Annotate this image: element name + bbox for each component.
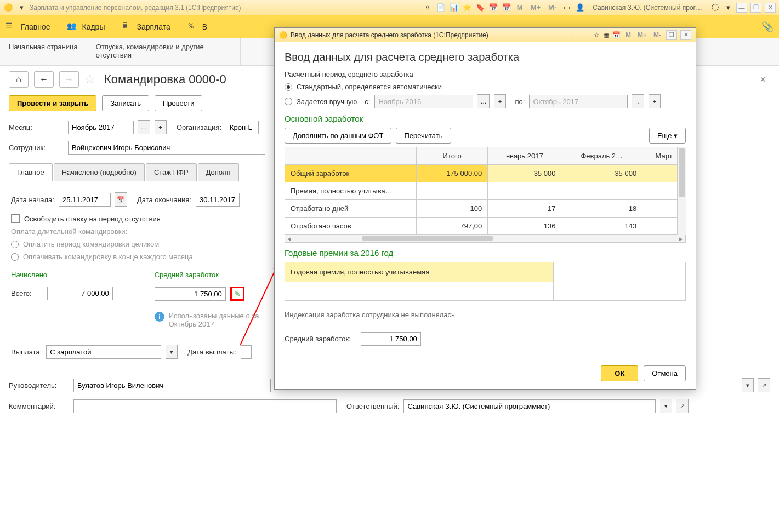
- start-date-input[interactable]: [59, 193, 111, 207]
- to-input[interactable]: [529, 95, 628, 108]
- manager-open-button[interactable]: ▾: [742, 378, 754, 392]
- post-button[interactable]: Провести: [155, 95, 203, 111]
- info-line1: Использованы данные о за: [169, 312, 259, 320]
- memory-m-minus[interactable]: M-: [548, 3, 556, 12]
- maximize-button[interactable]: ❐: [750, 3, 761, 13]
- row-hours-worked[interactable]: Отработано часов 797,00 136 143: [285, 218, 686, 235]
- from-input[interactable]: [374, 95, 473, 108]
- menu-main[interactable]: ☰ Главное: [5, 21, 50, 32]
- post-and-close-button[interactable]: Провести и закрыть: [9, 95, 96, 111]
- manager-label: Руководитель:: [9, 381, 69, 390]
- back-button[interactable]: ←: [34, 71, 54, 88]
- avg-earnings-input[interactable]: [155, 287, 226, 301]
- radio-period-auto[interactable]: [285, 83, 292, 91]
- pay-monthly-radio[interactable]: [11, 253, 19, 261]
- bookmark-icon[interactable]: 🔖: [475, 3, 485, 13]
- calc-icon[interactable]: 📊: [449, 3, 459, 13]
- dialog-maximize-button[interactable]: ❐: [666, 30, 677, 40]
- favorite-icon[interactable]: ☆: [84, 72, 95, 87]
- pencil-icon[interactable]: ✎: [234, 289, 241, 298]
- payout-label: Выплата:: [11, 348, 42, 356]
- menu-salary[interactable]: 🖩 Зарплата: [121, 21, 170, 32]
- manager-input[interactable]: [73, 379, 271, 392]
- memory-m-plus[interactable]: M+: [531, 3, 541, 12]
- close-document-button[interactable]: ×: [755, 74, 770, 85]
- close-button[interactable]: ✕: [765, 3, 776, 13]
- dropdown-icon[interactable]: ▾: [16, 3, 26, 13]
- end-date-input[interactable]: [196, 193, 240, 207]
- dialog-memory-m[interactable]: M: [626, 31, 631, 39]
- annual-bonus-table[interactable]: Годовая премия, полностью учитываемая: [285, 262, 686, 301]
- dialog-star-icon[interactable]: ☆: [594, 31, 600, 39]
- pin-icon[interactable]: 📎: [761, 21, 774, 33]
- row-bonus[interactable]: Премия, полностью учитыва…: [285, 182, 686, 200]
- payout-date-input[interactable]: [241, 345, 252, 359]
- table-vertical-scrollbar[interactable]: [677, 147, 686, 235]
- calendar2-icon[interactable]: 📅: [502, 3, 511, 13]
- month-spinner[interactable]: ÷: [155, 120, 167, 134]
- total-label: Всего:: [11, 289, 32, 298]
- tab-accrued[interactable]: Начислено (подробно): [54, 163, 145, 181]
- dialog-avg-input[interactable]: [361, 332, 421, 346]
- to-spinner[interactable]: ÷: [649, 94, 661, 108]
- home-button[interactable]: ⌂: [9, 71, 29, 88]
- ok-button[interactable]: ОК: [601, 365, 638, 381]
- to-picker[interactable]: …: [632, 94, 644, 108]
- free-rate-checkbox[interactable]: [11, 214, 20, 223]
- responsible-input[interactable]: [403, 399, 656, 413]
- comment-input[interactable]: [73, 399, 337, 413]
- dropdown2-icon[interactable]: ▾: [723, 3, 733, 13]
- save-button[interactable]: Записать: [102, 95, 149, 111]
- tab-pfr[interactable]: Стаж ПФР: [146, 163, 197, 181]
- month-picker-button[interactable]: …: [138, 120, 150, 134]
- info-line2: Октябрь 2017: [169, 320, 259, 328]
- dialog-memory-m-minus[interactable]: M-: [653, 31, 661, 39]
- from-picker[interactable]: …: [477, 94, 490, 108]
- dialog-calendar-icon[interactable]: 📅: [612, 31, 621, 39]
- menu-staff[interactable]: 👥 Кадры: [67, 21, 105, 32]
- earnings-table[interactable]: Итого нварь 2017 Февраль 2… Март Общий з…: [285, 147, 686, 235]
- month-input[interactable]: [68, 121, 134, 134]
- dialog-close-button[interactable]: ✕: [680, 30, 691, 40]
- responsible-dropdown[interactable]: ▾: [660, 399, 672, 413]
- org-input[interactable]: [226, 121, 259, 134]
- memory-m[interactable]: M: [517, 3, 523, 12]
- panel-icon[interactable]: ▭: [562, 3, 572, 13]
- responsible-external-button[interactable]: ↗: [676, 399, 689, 413]
- table-horizontal-scrollbar[interactable]: ◂ ▸: [285, 235, 686, 243]
- row-days-worked[interactable]: Отработано дней 100 17 18: [285, 200, 686, 218]
- pay-whole-radio[interactable]: [11, 241, 19, 248]
- doc-icon[interactable]: 📄: [436, 3, 446, 13]
- forward-button[interactable]: →: [59, 71, 79, 88]
- manager-external-button[interactable]: ↗: [758, 378, 770, 392]
- annual-bonus-value[interactable]: [554, 262, 685, 282]
- tab-main[interactable]: Главное: [9, 163, 53, 181]
- tab-absences[interactable]: Отпуска, командировки и другие отсутстви…: [87, 38, 241, 65]
- row-total-earnings[interactable]: Общий заработок 175 000,00 35 000 35 000: [285, 165, 686, 182]
- edit-avg-highlight: ✎: [230, 287, 244, 301]
- start-date-picker[interactable]: 📅: [115, 192, 127, 207]
- employee-input[interactable]: [68, 141, 265, 155]
- menu-more[interactable]: ％ В: [187, 21, 207, 32]
- dialog-grid-icon[interactable]: ▦: [603, 31, 609, 39]
- info-icon[interactable]: ⓘ: [710, 3, 720, 13]
- radio-period-manual[interactable]: [285, 98, 292, 105]
- calendar1-icon[interactable]: 📅: [488, 3, 498, 13]
- minimize-button[interactable]: —: [736, 3, 747, 13]
- app-title: Зарплата и управление персоналом, редакц…: [30, 4, 241, 12]
- current-user: Савинская З.Ю. (Системный прог…: [593, 4, 702, 12]
- tab-start-page[interactable]: Начальная страница: [0, 38, 87, 65]
- payout-input[interactable]: [46, 345, 161, 359]
- recalc-button[interactable]: Перечитать: [396, 128, 451, 144]
- star-icon[interactable]: ⭐: [462, 3, 472, 13]
- payout-dropdown[interactable]: ▾: [166, 345, 178, 359]
- more-button[interactable]: Еще ▾: [649, 128, 686, 144]
- cancel-button[interactable]: Отмена: [644, 365, 686, 381]
- fill-from-fot-button[interactable]: Дополнить по данным ФОТ: [285, 128, 391, 144]
- print-icon[interactable]: 🖨: [423, 3, 433, 13]
- hamburger-icon: ☰: [5, 21, 16, 32]
- total-input[interactable]: [47, 287, 113, 300]
- tab-additional[interactable]: Дополн: [198, 163, 239, 181]
- dialog-memory-m-plus[interactable]: M+: [638, 31, 647, 39]
- from-spinner[interactable]: ÷: [494, 94, 506, 108]
